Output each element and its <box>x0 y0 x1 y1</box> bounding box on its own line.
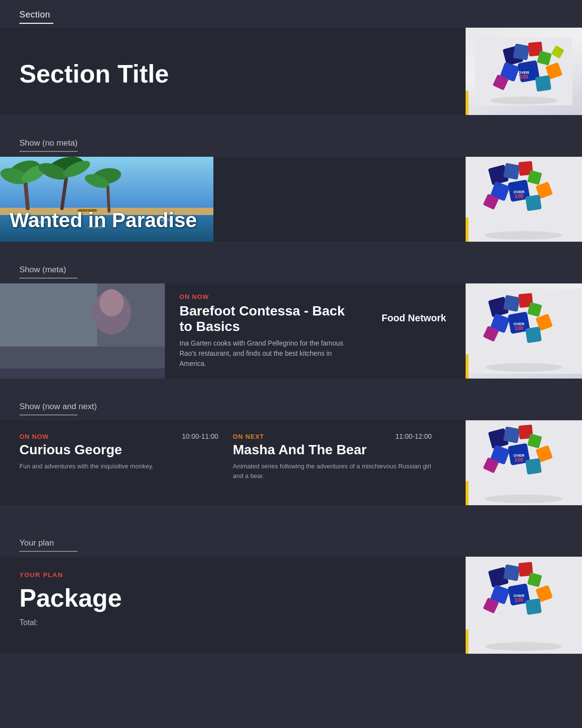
svg-point-90 <box>485 642 563 651</box>
show-meta-label: Show (meta) <box>19 265 563 279</box>
svg-point-13 <box>490 97 558 104</box>
svg-rect-76 <box>525 458 542 475</box>
on-next-label: ON NEXT <box>233 433 264 440</box>
svg-text:100: 100 <box>515 325 523 331</box>
section-title-card: Section Title OVER 100 <box>0 28 582 115</box>
now-next-divider: Show (now and next) <box>0 388 582 420</box>
no-meta-thumb-svg: OVER 100 <box>466 157 582 242</box>
svg-rect-36 <box>503 163 520 180</box>
your-plan-card[interactable]: YOUR PLAN Package Total: OVER 100 <box>0 557 582 654</box>
section-gap-1 <box>0 115 582 125</box>
next-time: 11:00-12:00 <box>395 432 432 440</box>
meta-show-description: Ina Garten cooks with Grand Pellegrino f… <box>179 338 357 369</box>
next-show-name: Masha And The Bear <box>233 442 432 458</box>
package-title: Package <box>19 583 446 612</box>
section-gap-3 <box>0 379 582 388</box>
your-plan-divider: Your plan <box>0 525 582 557</box>
total-label: Total: <box>19 618 446 627</box>
show-meta-divider: Show (meta) <box>0 251 582 283</box>
svg-point-77 <box>485 495 563 503</box>
svg-rect-11 <box>535 75 551 92</box>
now-show-name: Curious George <box>19 442 218 458</box>
show-no-meta-label: Show (no meta) <box>19 138 563 152</box>
svg-rect-45 <box>525 195 542 211</box>
on-now-badge: ON NOW <box>179 293 357 300</box>
svg-rect-67 <box>503 427 520 444</box>
now-next-yellow-corner <box>466 481 469 505</box>
on-now-label: ON NOW <box>19 433 49 440</box>
now-time-label-row: ON NOW 10:00-11:00 <box>19 432 218 440</box>
your-plan-thumb-svg: OVER 100 <box>466 557 582 654</box>
svg-point-50 <box>99 289 124 316</box>
svg-text:100: 100 <box>515 457 523 463</box>
meta-thumb-svg: OVER 100 <box>466 289 582 374</box>
svg-text:100: 100 <box>515 597 523 603</box>
next-show-desc: Animated series following the adventures… <box>233 462 432 480</box>
section-gap-5 <box>0 515 582 525</box>
your-plan-badge: YOUR PLAN <box>19 571 446 579</box>
channel-name: Food Network <box>372 303 456 333</box>
paradise-title: Wanted in Paradise <box>0 199 207 242</box>
svg-rect-89 <box>525 598 542 615</box>
svg-point-46 <box>485 231 563 240</box>
show-no-meta-card[interactable]: Wanted in Paradise OVER 100 <box>0 157 582 242</box>
channel-area: Food Network <box>372 283 466 379</box>
meta-show-svg <box>0 283 165 368</box>
section-gap-2 <box>0 242 582 251</box>
svg-rect-2 <box>513 44 530 61</box>
svg-text:100: 100 <box>519 74 528 80</box>
meta-image-area <box>0 283 165 379</box>
section-gap-4 <box>0 505 582 515</box>
your-plan-right-thumb: OVER 100 <box>466 557 582 654</box>
meta-right-thumb: OVER 100 <box>466 283 582 379</box>
meta-yellow-corner <box>466 354 469 379</box>
section-title-text: Section Title <box>19 59 446 88</box>
now-next-card[interactable]: ON NOW 10:00-11:00 Curious George Fun an… <box>0 420 582 505</box>
meta-content-area: ON NOW Barefoot Contessa - Back to Basic… <box>165 283 372 379</box>
now-time: 10:00-11:00 <box>182 432 218 440</box>
no-meta-yellow-corner <box>466 217 469 242</box>
top-section-label: Section <box>0 0 582 28</box>
now-show-desc: Fun and adventures with the inquisitive … <box>19 462 218 471</box>
svg-rect-63 <box>525 327 542 343</box>
now-next-label: Show (now and next) <box>19 402 563 415</box>
thumb-svg: OVER 100 <box>475 37 572 105</box>
your-plan-yellow-corner <box>466 629 469 654</box>
section-title-thumbnail: OVER 100 <box>466 28 582 115</box>
now-next-thumb-svg: OVER 100 <box>466 420 582 505</box>
show-meta-card[interactable]: ON NOW Barefoot Contessa - Back to Basic… <box>0 283 582 379</box>
svg-point-64 <box>485 363 563 372</box>
paradise-image: Wanted in Paradise <box>0 157 213 242</box>
your-plan-section-label: Your plan <box>19 538 563 552</box>
next-block: ON NEXT 11:00-12:00 Masha And The Bear A… <box>233 432 446 493</box>
meta-show-title: Barefoot Contessa - Back to Basics <box>179 303 357 334</box>
now-next-right-thumb: OVER 100 <box>466 420 582 505</box>
svg-text:100: 100 <box>515 193 523 199</box>
yellow-corner-strip <box>466 91 469 115</box>
next-time-label-row: ON NEXT 11:00-12:00 <box>233 432 432 440</box>
svg-rect-51 <box>0 347 165 368</box>
now-block: ON NOW 10:00-11:00 Curious George Fun an… <box>19 432 233 493</box>
svg-rect-80 <box>503 564 520 581</box>
your-plan-content: YOUR PLAN Package Total: <box>0 557 466 654</box>
show-no-meta-divider: Show (no meta) <box>0 125 582 157</box>
svg-rect-54 <box>503 295 520 312</box>
no-meta-right-thumb: OVER 100 <box>466 157 582 242</box>
section-title-content: Section Title <box>0 28 466 115</box>
now-next-content: ON NOW 10:00-11:00 Curious George Fun an… <box>0 420 466 505</box>
